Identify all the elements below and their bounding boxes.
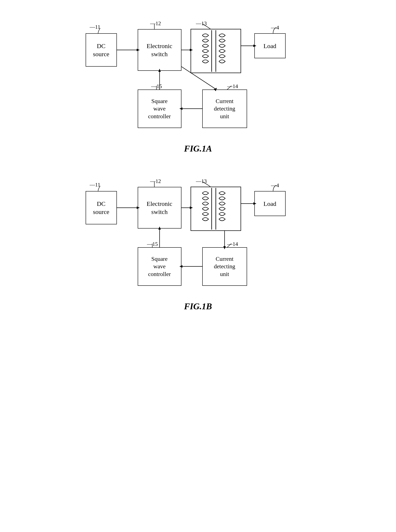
load-1b: Load <box>254 191 285 216</box>
ref-12-1a: —12 <box>150 20 161 27</box>
ref-4-1b: —4 <box>271 182 279 189</box>
ref-11-1b: —11 <box>90 182 100 188</box>
diagram-1b: DCsource Electronicswitch Load Squarewav… <box>73 170 323 295</box>
ref-15-1a: —15 <box>151 83 162 90</box>
ref-13-1a: —13 <box>196 20 207 27</box>
ref-15-1b: —15 <box>147 241 158 247</box>
caption-1a: FIG.1A <box>184 144 212 154</box>
svg-marker-21 <box>190 206 193 209</box>
dc-source-1a: DCsource <box>86 33 117 67</box>
ref-11-1a: —11 <box>90 24 100 30</box>
electronic-switch-1b: Electronicswitch <box>138 187 181 229</box>
main-container: DCsource Electronicswitch Load Squarewav… <box>31 12 365 311</box>
load-1a: Load <box>254 33 285 58</box>
arrows-1a <box>73 12 323 137</box>
ref-14-1a: —14 <box>227 83 238 90</box>
ref-12-1b: —12 <box>150 178 161 184</box>
arrows-1b <box>73 170 323 295</box>
square-wave-controller-1a: Squarewavecontroller <box>138 90 181 128</box>
ref-4-1a: —4 <box>271 25 279 31</box>
current-detecting-unit-1a: Currentdetectingunit <box>202 90 247 128</box>
current-detecting-unit-1b: Currentdetectingunit <box>202 247 247 286</box>
square-wave-controller-1b: Squarewavecontroller <box>138 247 181 286</box>
caption-1b: FIG.1B <box>184 301 212 311</box>
figure-1a-section: DCsource Electronicswitch Load Squarewav… <box>31 12 365 154</box>
svg-line-9 <box>181 67 215 88</box>
figure-1b-section: DCsource Electronicswitch Load Squarewav… <box>31 170 365 311</box>
svg-marker-6 <box>190 49 193 51</box>
dc-source-1b: DCsource <box>86 191 117 224</box>
svg-rect-15 <box>191 187 241 231</box>
svg-rect-0 <box>191 29 241 73</box>
ref-13-1b: —13 <box>196 178 207 184</box>
ref-14-1b: —14 <box>227 241 238 247</box>
diagram-1a: DCsource Electronicswitch Load Squarewav… <box>73 12 323 137</box>
electronic-switch-1a: Electronicswitch <box>138 29 181 71</box>
